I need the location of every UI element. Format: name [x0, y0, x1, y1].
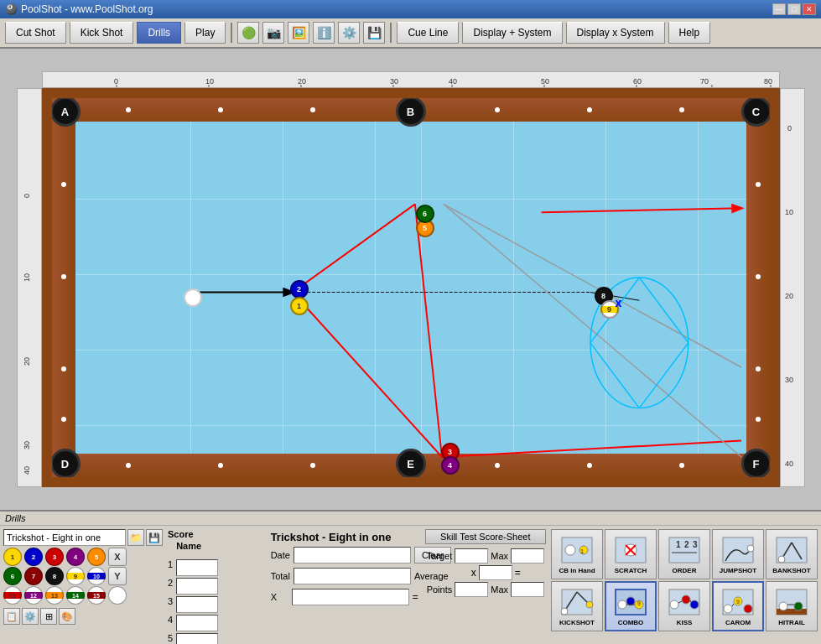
max-input-2[interactable] [511, 582, 544, 597]
cue-line-button[interactable]: Cue Line [397, 22, 459, 44]
cut-shot-button[interactable]: Cut Shot [5, 22, 66, 44]
kiss-button[interactable]: KISS [658, 581, 710, 631]
separator-1 [231, 23, 232, 43]
help-button[interactable]: Help [668, 22, 711, 44]
svg-text:1: 1 [580, 548, 585, 555]
toolbar: Cut Shot Kick Shot Drills Play 🟢 📷 🖼️ ℹ️… [0, 18, 821, 49]
power-icon-button[interactable]: 🟢 [237, 22, 259, 44]
skill-section: Skill Test Score-Sheet Target Max x = [425, 529, 546, 644]
cue-ball-mini[interactable] [108, 586, 127, 605]
ball-14-mini[interactable]: 14 [66, 586, 85, 605]
score-name-3[interactable] [176, 596, 218, 613]
pool-table[interactable]: A B C D E F [42, 88, 780, 487]
grid-line [75, 199, 746, 200]
ball-1-mini[interactable]: 1 [3, 548, 22, 566]
rail-dot [587, 107, 592, 112]
info-icon-button[interactable]: ℹ️ [313, 22, 335, 44]
ball-11-mini[interactable]: 11 [3, 586, 22, 605]
x-symbol: x [471, 567, 476, 579]
total-input[interactable] [294, 568, 411, 584]
ball-2[interactable]: 2 [290, 280, 309, 299]
title-bar-left: 🎱 PoolShot - www.PoolShot.org [5, 3, 153, 15]
ball-13-mini[interactable]: 13 [45, 586, 64, 605]
ball-3-mini[interactable]: 3 [45, 548, 64, 566]
max-input[interactable] [511, 548, 544, 564]
color-button[interactable]: 🎨 [59, 608, 75, 625]
display-x-system-button[interactable]: Display x System [566, 22, 665, 44]
score-name-2[interactable] [176, 578, 218, 595]
drill-folder-button[interactable]: 📁 [127, 529, 144, 546]
close-button[interactable]: ✕ [803, 3, 816, 15]
minimize-button[interactable]: — [772, 3, 786, 15]
ball-10-mini[interactable]: 10 [87, 567, 106, 585]
x-button[interactable]: X [108, 548, 127, 566]
trickshot-title: Trickshot - Eight in one [271, 531, 418, 543]
drill-save-button[interactable]: 💾 [146, 529, 163, 546]
combo-button[interactable]: 9 COMBO [605, 581, 657, 631]
camera-icon-button[interactable]: 📷 [262, 22, 284, 44]
jumpshot-button[interactable]: JUMPSHOT [712, 529, 764, 579]
score-section: Score 1 2 3 4 5 Name [168, 529, 264, 644]
ball-4[interactable]: 4 [441, 456, 460, 475]
skill-test-header[interactable]: Skill Test Score-Sheet [425, 529, 546, 544]
svg-text:10: 10 [205, 77, 214, 86]
ball-6-mini[interactable]: 6 [3, 567, 22, 585]
cb-in-hand-button[interactable]: 1 CB in Hand [551, 529, 603, 579]
display-plus-system-button[interactable]: Display + System [462, 22, 562, 44]
maximize-button[interactable]: □ [787, 3, 801, 15]
ball-1[interactable]: 1 [290, 297, 309, 315]
kickshot-button[interactable]: KICKSHOT [551, 581, 603, 631]
rail-dot [310, 463, 315, 468]
kiss-icon [668, 587, 701, 617]
drill-name-input[interactable] [3, 529, 126, 546]
order-label: ORDER [673, 567, 697, 574]
scratch-label: SCRATCH [615, 567, 647, 574]
date-input[interactable] [294, 547, 411, 564]
list-button[interactable]: 📋 [3, 608, 20, 625]
ball-4-mini[interactable]: 4 [66, 548, 85, 566]
grid-button[interactable]: ⊞ [40, 608, 57, 625]
ball-2-mini[interactable]: 2 [24, 548, 43, 566]
score-name-1[interactable] [176, 559, 218, 576]
x-input[interactable] [292, 589, 409, 605]
image-icon-button[interactable]: 🖼️ [288, 22, 309, 44]
svg-point-58 [747, 545, 754, 552]
ball-8-mini[interactable]: 8 [45, 567, 64, 585]
grid-line [283, 122, 283, 454]
drills-button[interactable]: Drills [137, 22, 181, 44]
score-name-4[interactable] [176, 615, 218, 631]
kick-shot-button[interactable]: Kick Shot [70, 22, 134, 44]
hitrail-button[interactable]: HITRAIL [766, 581, 818, 631]
grid-line [698, 122, 699, 454]
ball-6[interactable]: 6 [416, 205, 434, 223]
score-header: Score [168, 529, 264, 539]
gear-icon-button[interactable]: ⚙️ [338, 22, 360, 44]
play-button[interactable]: Play [184, 22, 226, 44]
points-input[interactable] [455, 582, 488, 597]
y-button[interactable]: Y [108, 567, 127, 585]
order-button[interactable]: 1 2 3 ORDER [658, 529, 710, 579]
ball-9-mini[interactable]: 9 [66, 567, 85, 585]
carom-button[interactable]: 9 CAROM [712, 581, 764, 631]
svg-text:3: 3 [693, 540, 698, 549]
settings-button-2[interactable]: ⚙️ [22, 608, 39, 625]
ball-7-mini[interactable]: 7 [24, 567, 43, 585]
save-icon-button[interactable]: 💾 [363, 22, 385, 44]
ball-15-mini[interactable]: 15 [87, 586, 106, 605]
pocket-E: E [396, 449, 426, 479]
score-col-header [168, 541, 173, 558]
cue-ball[interactable] [184, 288, 202, 307]
scratch-button[interactable]: SCRATCH [605, 529, 657, 579]
x-marker: x [616, 296, 622, 309]
target-input[interactable] [455, 548, 488, 564]
svg-point-85 [744, 605, 752, 613]
order-icon: 1 2 3 [668, 535, 701, 565]
rail-right [746, 98, 770, 477]
x-skill-input[interactable] [479, 565, 512, 580]
rail-dot [61, 182, 66, 187]
hitrail-label: HITRAIL [778, 619, 805, 626]
ball-12-mini[interactable]: 12 [24, 586, 43, 605]
score-name-5[interactable] [176, 633, 218, 644]
bankshot-button[interactable]: BANKSHOT [766, 529, 818, 579]
ball-5-mini[interactable]: 5 [87, 548, 106, 566]
